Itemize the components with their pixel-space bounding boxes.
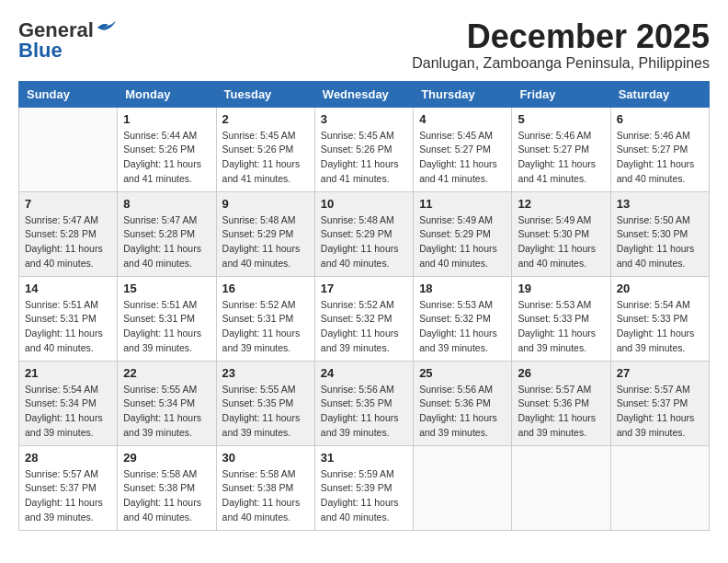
calendar-cell: 26Sunrise: 5:57 AMSunset: 5:36 PMDayligh… bbox=[512, 361, 610, 445]
calendar-cell: 1Sunrise: 5:44 AMSunset: 5:26 PMDaylight… bbox=[118, 107, 216, 191]
day-number: 7 bbox=[25, 197, 111, 211]
day-info: Sunrise: 5:56 AMSunset: 5:35 PMDaylight:… bbox=[321, 383, 407, 441]
day-number: 26 bbox=[518, 366, 604, 380]
calendar-cell: 10Sunrise: 5:48 AMSunset: 5:29 PMDayligh… bbox=[314, 191, 413, 276]
calendar-cell: 21Sunrise: 5:54 AMSunset: 5:34 PMDayligh… bbox=[19, 361, 118, 445]
day-info: Sunrise: 5:46 AMSunset: 5:27 PMDaylight:… bbox=[518, 129, 604, 187]
day-info: Sunrise: 5:48 AMSunset: 5:29 PMDaylight:… bbox=[222, 213, 309, 271]
day-info: Sunrise: 5:45 AMSunset: 5:27 PMDaylight:… bbox=[419, 129, 506, 187]
calendar-cell: 6Sunrise: 5:46 AMSunset: 5:27 PMDaylight… bbox=[610, 107, 709, 191]
calendar-cell: 16Sunrise: 5:52 AMSunset: 5:31 PMDayligh… bbox=[216, 276, 314, 361]
day-number: 20 bbox=[617, 282, 703, 295]
calendar-header-row: SundayMondayTuesdayWednesdayThursdayFrid… bbox=[19, 81, 710, 107]
day-number: 13 bbox=[617, 197, 703, 211]
day-info: Sunrise: 5:46 AMSunset: 5:27 PMDaylight:… bbox=[617, 129, 703, 187]
calendar-cell: 20Sunrise: 5:54 AMSunset: 5:33 PMDayligh… bbox=[610, 276, 709, 361]
calendar-cell bbox=[19, 107, 118, 191]
day-number: 27 bbox=[617, 366, 703, 380]
day-info: Sunrise: 5:57 AMSunset: 5:36 PMDaylight:… bbox=[518, 383, 604, 441]
day-info: Sunrise: 5:53 AMSunset: 5:32 PMDaylight:… bbox=[419, 298, 506, 356]
calendar-cell: 9Sunrise: 5:48 AMSunset: 5:29 PMDaylight… bbox=[216, 191, 314, 276]
day-number: 5 bbox=[518, 112, 604, 126]
calendar-cell: 7Sunrise: 5:47 AMSunset: 5:28 PMDaylight… bbox=[19, 191, 118, 276]
calendar-cell: 14Sunrise: 5:51 AMSunset: 5:31 PMDayligh… bbox=[19, 276, 118, 361]
day-info: Sunrise: 5:47 AMSunset: 5:28 PMDaylight:… bbox=[25, 213, 111, 271]
calendar-cell: 11Sunrise: 5:49 AMSunset: 5:29 PMDayligh… bbox=[414, 191, 512, 276]
day-info: Sunrise: 5:52 AMSunset: 5:31 PMDaylight:… bbox=[222, 298, 309, 356]
title-area: December 2025 Danlugan, Zamboanga Penins… bbox=[412, 18, 710, 72]
day-info: Sunrise: 5:52 AMSunset: 5:32 PMDaylight:… bbox=[321, 298, 407, 356]
day-info: Sunrise: 5:58 AMSunset: 5:38 PMDaylight:… bbox=[222, 467, 309, 525]
day-number: 3 bbox=[321, 112, 407, 126]
calendar-cell: 18Sunrise: 5:53 AMSunset: 5:32 PMDayligh… bbox=[414, 276, 512, 361]
day-info: Sunrise: 5:50 AMSunset: 5:30 PMDaylight:… bbox=[617, 213, 703, 271]
logo-blue: Blue bbox=[18, 39, 63, 63]
calendar-cell: 22Sunrise: 5:55 AMSunset: 5:34 PMDayligh… bbox=[118, 361, 216, 445]
calendar-cell: 17Sunrise: 5:52 AMSunset: 5:32 PMDayligh… bbox=[314, 276, 413, 361]
calendar-cell: 19Sunrise: 5:53 AMSunset: 5:33 PMDayligh… bbox=[512, 276, 610, 361]
day-number: 25 bbox=[419, 366, 506, 380]
day-number: 23 bbox=[222, 366, 309, 380]
day-info: Sunrise: 5:57 AMSunset: 5:37 PMDaylight:… bbox=[25, 467, 111, 525]
day-number: 24 bbox=[321, 366, 407, 380]
header-day-monday: Monday bbox=[118, 81, 216, 107]
calendar-cell: 13Sunrise: 5:50 AMSunset: 5:30 PMDayligh… bbox=[610, 191, 709, 276]
day-number: 31 bbox=[321, 451, 407, 465]
day-number: 19 bbox=[518, 282, 604, 295]
header-day-wednesday: Wednesday bbox=[314, 81, 413, 107]
day-number: 16 bbox=[222, 282, 309, 295]
day-number: 15 bbox=[123, 282, 210, 295]
day-info: Sunrise: 5:55 AMSunset: 5:35 PMDaylight:… bbox=[222, 383, 309, 441]
header-day-saturday: Saturday bbox=[610, 81, 709, 107]
calendar-cell: 28Sunrise: 5:57 AMSunset: 5:37 PMDayligh… bbox=[19, 445, 118, 530]
day-info: Sunrise: 5:53 AMSunset: 5:33 PMDaylight:… bbox=[518, 298, 604, 356]
day-info: Sunrise: 5:49 AMSunset: 5:30 PMDaylight:… bbox=[518, 213, 604, 271]
header-day-tuesday: Tuesday bbox=[216, 81, 314, 107]
day-info: Sunrise: 5:59 AMSunset: 5:39 PMDaylight:… bbox=[321, 467, 407, 525]
day-number: 9 bbox=[222, 197, 309, 211]
day-number: 4 bbox=[419, 112, 506, 126]
day-number: 29 bbox=[123, 451, 210, 465]
calendar-cell: 30Sunrise: 5:58 AMSunset: 5:38 PMDayligh… bbox=[216, 445, 314, 530]
day-info: Sunrise: 5:58 AMSunset: 5:38 PMDaylight:… bbox=[123, 467, 210, 525]
day-number: 8 bbox=[123, 197, 210, 211]
week-row-0: 1Sunrise: 5:44 AMSunset: 5:26 PMDaylight… bbox=[19, 107, 710, 191]
calendar-cell: 5Sunrise: 5:46 AMSunset: 5:27 PMDaylight… bbox=[512, 107, 610, 191]
day-number: 30 bbox=[222, 451, 309, 465]
day-number: 17 bbox=[321, 282, 407, 295]
calendar-cell bbox=[414, 445, 512, 530]
week-row-1: 7Sunrise: 5:47 AMSunset: 5:28 PMDaylight… bbox=[19, 191, 710, 276]
calendar-cell: 31Sunrise: 5:59 AMSunset: 5:39 PMDayligh… bbox=[314, 445, 413, 530]
month-title: December 2025 bbox=[412, 18, 710, 55]
calendar-cell bbox=[512, 445, 610, 530]
calendar-cell: 12Sunrise: 5:49 AMSunset: 5:30 PMDayligh… bbox=[512, 191, 610, 276]
calendar-cell: 24Sunrise: 5:56 AMSunset: 5:35 PMDayligh… bbox=[314, 361, 413, 445]
calendar-cell: 15Sunrise: 5:51 AMSunset: 5:31 PMDayligh… bbox=[118, 276, 216, 361]
day-info: Sunrise: 5:51 AMSunset: 5:31 PMDaylight:… bbox=[25, 298, 111, 356]
day-info: Sunrise: 5:45 AMSunset: 5:26 PMDaylight:… bbox=[321, 129, 407, 187]
calendar-cell: 23Sunrise: 5:55 AMSunset: 5:35 PMDayligh… bbox=[216, 361, 314, 445]
day-info: Sunrise: 5:45 AMSunset: 5:26 PMDaylight:… bbox=[222, 129, 309, 187]
day-info: Sunrise: 5:48 AMSunset: 5:29 PMDaylight:… bbox=[321, 213, 407, 271]
day-info: Sunrise: 5:51 AMSunset: 5:31 PMDaylight:… bbox=[123, 298, 210, 356]
day-number: 28 bbox=[25, 451, 111, 465]
day-number: 2 bbox=[222, 112, 309, 126]
calendar-cell: 2Sunrise: 5:45 AMSunset: 5:26 PMDaylight… bbox=[216, 107, 314, 191]
day-number: 14 bbox=[25, 282, 111, 295]
day-number: 1 bbox=[123, 112, 210, 126]
day-number: 18 bbox=[419, 282, 506, 295]
day-info: Sunrise: 5:56 AMSunset: 5:36 PMDaylight:… bbox=[419, 383, 506, 441]
calendar-cell: 8Sunrise: 5:47 AMSunset: 5:28 PMDaylight… bbox=[118, 191, 216, 276]
day-number: 10 bbox=[321, 197, 407, 211]
calendar-cell: 29Sunrise: 5:58 AMSunset: 5:38 PMDayligh… bbox=[118, 445, 216, 530]
calendar-cell: 3Sunrise: 5:45 AMSunset: 5:26 PMDaylight… bbox=[314, 107, 413, 191]
day-number: 12 bbox=[518, 197, 604, 211]
day-number: 22 bbox=[123, 366, 210, 380]
day-info: Sunrise: 5:57 AMSunset: 5:37 PMDaylight:… bbox=[617, 383, 703, 441]
header-day-thursday: Thursday bbox=[414, 81, 512, 107]
calendar-cell: 4Sunrise: 5:45 AMSunset: 5:27 PMDaylight… bbox=[414, 107, 512, 191]
day-info: Sunrise: 5:47 AMSunset: 5:28 PMDaylight:… bbox=[123, 213, 210, 271]
day-number: 11 bbox=[419, 197, 506, 211]
header-day-friday: Friday bbox=[512, 81, 610, 107]
week-row-3: 21Sunrise: 5:54 AMSunset: 5:34 PMDayligh… bbox=[19, 361, 710, 445]
